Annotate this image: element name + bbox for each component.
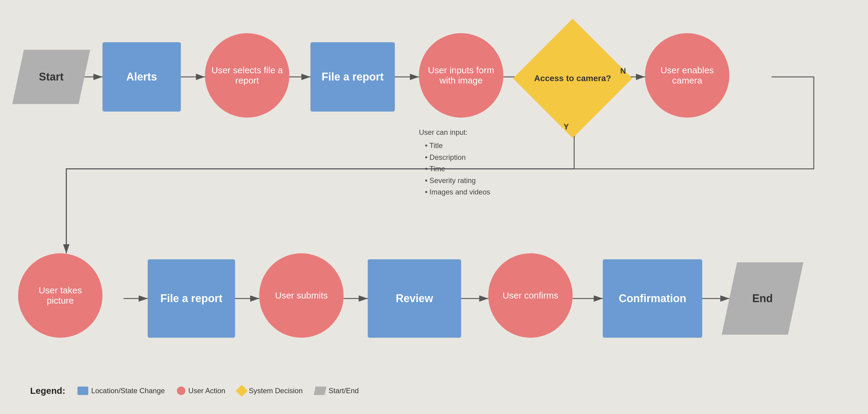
legend-item-yellow: System Decision (238, 387, 303, 395)
confirmation-node: Confirmation (603, 259, 702, 338)
decision-y-label: Y (564, 122, 569, 131)
note-item-5: • Images and videos (419, 186, 490, 198)
user-submits-node: User submits (259, 253, 344, 338)
legend-pink-label: User Action (188, 387, 225, 395)
note-title: User can input: (419, 127, 490, 138)
legend-item-blue: Location/State Change (78, 387, 165, 395)
legend-yellow-diamond (236, 385, 248, 397)
legend-gray-label: Start/End (329, 387, 359, 395)
note-block: User can input: • Title • Description • … (419, 127, 490, 198)
start-node: Start (12, 50, 90, 104)
alerts-node: Alerts (102, 42, 181, 112)
legend-blue-box (78, 387, 88, 395)
file-report-1-node: File a report (310, 42, 395, 112)
legend-pink-circle (177, 387, 185, 395)
note-item-2: • Description (419, 152, 490, 163)
review-node: Review (368, 259, 461, 338)
note-item-4: • Severity rating (419, 175, 490, 186)
end-node: End (721, 262, 803, 335)
user-takes-node: User takes picture (18, 253, 102, 338)
legend-item-pink: User Action (177, 387, 225, 395)
legend: Legend: Location/State Change User Actio… (30, 386, 359, 396)
file-report-2-node: File a report (148, 259, 235, 338)
user-selects-node: User selects file a report (205, 33, 289, 118)
legend-title: Legend: (30, 386, 65, 396)
canvas: Start Alerts User selects file a report … (0, 0, 868, 414)
user-confirms-node: User confirms (488, 253, 572, 338)
user-enables-node: User enables camera (645, 33, 730, 118)
user-inputs-node: User inputs form with image (419, 33, 503, 118)
legend-gray-para (314, 387, 327, 395)
legend-item-gray: Start/End (315, 387, 359, 395)
decision-n-label: N (620, 66, 626, 76)
legend-yellow-label: System Decision (249, 387, 303, 395)
access-camera-node: Access to camera? (513, 19, 632, 138)
note-item-1: • Title (419, 140, 490, 151)
note-item-3: • Time (419, 163, 490, 175)
legend-blue-label: Location/State Change (91, 387, 165, 395)
